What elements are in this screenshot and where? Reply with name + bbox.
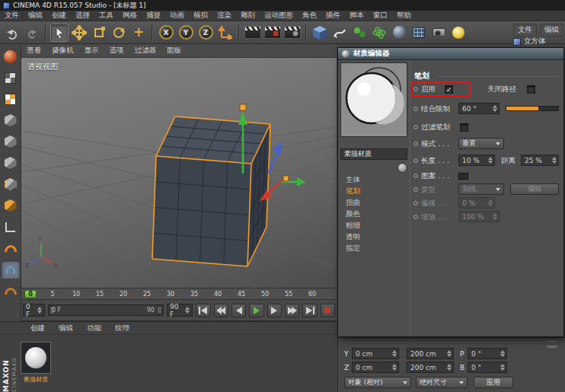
vp-menu-display[interactable]: 显示 — [79, 46, 104, 56]
environment-sphere-button[interactable] — [390, 24, 408, 42]
move-tool[interactable] — [70, 24, 88, 42]
anim-dot-icon[interactable] — [413, 142, 418, 146]
spinner-arrows[interactable] — [447, 350, 452, 357]
subdivision-surface-button[interactable] — [350, 24, 369, 42]
anim-dot-icon[interactable] — [413, 87, 418, 91]
render-settings-button[interactable] — [283, 24, 302, 42]
make-editable-button[interactable] — [2, 69, 20, 87]
menu-animate[interactable]: 动画 — [165, 11, 189, 21]
titlebar[interactable]: CINEMA 4D R15.057 Studio - [未标题 1] — [0, 0, 565, 11]
channel-opacity[interactable]: 透明 — [340, 231, 407, 243]
om-menu-file[interactable]: 文件 — [513, 24, 537, 37]
menu-snap[interactable]: 捕捉 — [142, 11, 165, 21]
channel-assign[interactable]: 指定 — [340, 243, 407, 254]
menu-sculpt[interactable]: 雕刻 — [236, 11, 260, 21]
spinner-arrows[interactable] — [493, 105, 497, 112]
spinner-arrows[interactable] — [488, 157, 493, 164]
size-z-field[interactable]: 200 cm — [407, 362, 454, 373]
point-mode-button[interactable] — [2, 154, 20, 172]
scale-tool[interactable] — [90, 24, 108, 42]
edge-mode-button[interactable] — [2, 175, 20, 193]
vp-menu-options[interactable]: 选项 — [104, 46, 129, 56]
position-y-field[interactable]: 0 cm — [352, 348, 399, 359]
mm-menu-edit[interactable]: 编辑 — [53, 323, 79, 333]
channel-color[interactable]: 颜色 — [340, 209, 407, 220]
menu-script[interactable]: 脚本 — [345, 11, 369, 21]
z-axis-lock-button[interactable]: Z — [196, 24, 215, 42]
menu-create[interactable]: 创建 — [47, 11, 71, 21]
material-editor-titlebar[interactable]: 材质编辑器 — [338, 48, 563, 60]
next-frame-button[interactable] — [267, 304, 282, 317]
spline-pen-button[interactable] — [330, 24, 349, 42]
menu-select[interactable]: 选择 — [71, 11, 94, 21]
channel-thickness[interactable]: 粗细 — [340, 220, 407, 231]
polygon-mode-button[interactable] — [2, 196, 20, 215]
texture-mode-button[interactable] — [2, 90, 20, 108]
light-button[interactable] — [449, 24, 468, 42]
material-preview[interactable] — [340, 62, 407, 137]
rotation-p-field[interactable]: 0 ° — [468, 348, 507, 359]
axis-mode-button[interactable] — [2, 218, 20, 236]
menu-window[interactable]: 窗口 — [369, 11, 392, 21]
live-selection-tool[interactable] — [50, 24, 69, 42]
menu-render[interactable]: 渲染 — [212, 11, 236, 21]
y-axis-lock-button[interactable]: Y — [177, 24, 195, 42]
record-button[interactable] — [321, 304, 335, 317]
spinner-arrows[interactable] — [500, 364, 505, 371]
anim-dot-icon[interactable] — [413, 158, 418, 163]
menu-mesh[interactable]: 网格 — [118, 11, 142, 21]
workplane-button[interactable] — [2, 282, 20, 300]
simulation-button[interactable] — [370, 24, 388, 42]
spinner-arrows[interactable] — [185, 307, 190, 314]
length-field[interactable]: 10 % — [458, 155, 495, 166]
preview-range-slider[interactable]: 0 F 90 F — [48, 304, 164, 316]
model-mode-button[interactable] — [2, 111, 20, 129]
object-mode-button[interactable] — [2, 132, 20, 151]
mm-menu-create[interactable]: 创建 — [24, 323, 51, 333]
object-manager-item-cube[interactable]: 立方体 — [513, 37, 546, 46]
last-tool-button[interactable]: + — [129, 24, 148, 42]
panel-grip-icon[interactable] — [547, 341, 557, 346]
goto-start-button[interactable] — [196, 304, 210, 317]
rotation-b-field[interactable]: 0 ° — [468, 362, 507, 373]
pattern-swatch[interactable] — [458, 173, 468, 180]
spinner-arrows[interactable] — [552, 157, 557, 164]
anim-dot-icon[interactable] — [413, 125, 418, 129]
spinner-arrows[interactable] — [37, 307, 42, 314]
apply-button[interactable]: 应用 — [474, 377, 513, 388]
render-view-button[interactable] — [244, 24, 262, 42]
render-to-picture-viewer-button[interactable] — [263, 24, 282, 42]
close-path-checkbox[interactable] — [527, 85, 535, 94]
primitive-cube-button[interactable] — [311, 24, 329, 42]
enable-checkbox[interactable]: ✓ — [445, 85, 453, 94]
material-thumbnail-label[interactable]: 素描材质 — [14, 375, 58, 384]
undo-button[interactable] — [3, 24, 21, 42]
menu-simulate[interactable]: 模拟 — [189, 11, 212, 21]
mm-menu-function[interactable]: 功能 — [81, 323, 107, 333]
viewport-view-label[interactable]: 透视视图 — [27, 62, 58, 72]
vp-menu-view[interactable]: 查看 — [21, 46, 46, 56]
om-menu-edit[interactable]: 编辑 — [540, 24, 563, 37]
mm-menu-texture[interactable]: 纹理 — [109, 323, 136, 333]
material-name-field[interactable]: 素描材质 — [340, 148, 407, 160]
combine-limit-field[interactable]: 60 ° — [458, 103, 500, 114]
preview-options-button[interactable] — [397, 163, 407, 173]
previous-frame-button[interactable] — [231, 304, 246, 317]
camera-button[interactable] — [429, 24, 448, 42]
coordinate-system-button[interactable] — [216, 24, 235, 42]
array-button[interactable] — [410, 24, 428, 42]
material-thumbnail[interactable] — [21, 342, 51, 374]
normal-move-button[interactable] — [2, 239, 20, 257]
menu-edit[interactable]: 编辑 — [24, 11, 47, 21]
channel-distort[interactable]: 扭曲 — [340, 197, 407, 209]
anim-dot-icon[interactable] — [413, 174, 418, 178]
spinner-arrows[interactable] — [392, 364, 397, 371]
mode-dropdown[interactable]: 垂直 — [458, 138, 504, 149]
snap-enable-button[interactable] — [2, 260, 20, 279]
position-z-field[interactable]: 0 cm — [352, 362, 399, 373]
play-button[interactable] — [249, 304, 263, 317]
current-frame-field[interactable]: 0 F — [23, 304, 45, 317]
redo-button[interactable] — [23, 24, 41, 42]
spinner-arrows[interactable] — [447, 364, 452, 371]
end-frame-field[interactable]: 90 F — [167, 304, 193, 317]
